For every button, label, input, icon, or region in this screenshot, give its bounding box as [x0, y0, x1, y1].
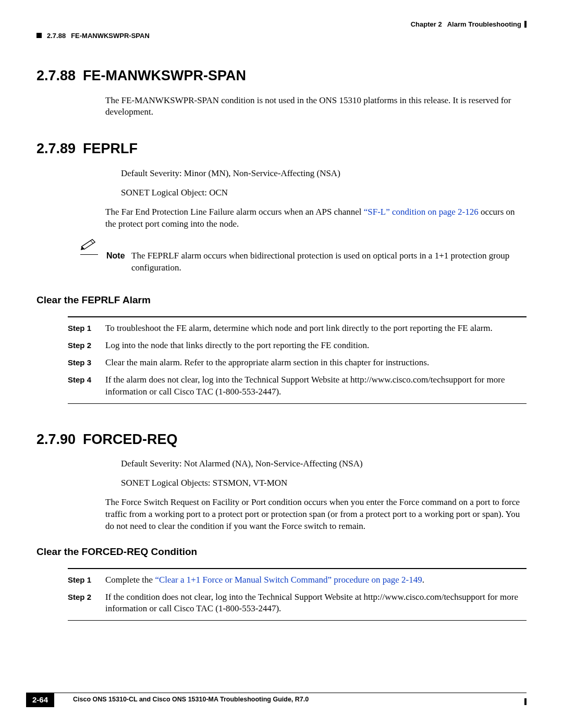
step-body: To troubleshoot the FE alarm, determine … [105, 323, 527, 335]
section-ref-header: 2.7.88 FE-MANWKSWPR-SPAN [36, 31, 527, 41]
page-number-badge: 2-64 [26, 693, 54, 707]
step-body: If the alarm does not clear, log into th… [105, 374, 527, 398]
note-pencil-icon [80, 238, 99, 255]
heading-2-7-89: 2.7.89FEPRLF [36, 139, 527, 158]
step-label: Step 1 [68, 323, 105, 335]
step-body: Log into the node that links directly to… [105, 340, 527, 352]
step-label: Step 1 [68, 574, 105, 586]
s89-logical: SONET Logical Object: OCN [121, 187, 527, 199]
step-body: Complete the “Clear a 1+1 Force or Manua… [105, 574, 527, 586]
clear-force-switch-link[interactable]: “Clear a 1+1 Force or Manual Switch Comm… [155, 575, 422, 585]
running-header: Chapter 2 Alarm Troubleshooting [36, 20, 527, 29]
svg-line-3 [91, 241, 93, 243]
footer-doc-title: Cisco ONS 15310-CL and Cisco ONS 15310-M… [73, 695, 309, 704]
steps-rule-bottom [68, 620, 527, 621]
step-label: Step 2 [68, 340, 105, 352]
step-row: Step 1 To troubleshoot the FE alarm, det… [68, 323, 527, 335]
heading-title: FEPRLF [83, 141, 138, 156]
heading-title: FORCED-REQ [83, 431, 178, 447]
note-label: Note [106, 238, 131, 274]
steps-rule-top [68, 568, 527, 569]
header-end-bar [524, 21, 527, 28]
heading-num: 2.7.88 [36, 68, 76, 83]
step-label: Step 4 [68, 374, 105, 398]
page-footer: Cisco ONS 15310-CL and Cisco ONS 15310-M… [36, 693, 527, 704]
steps-rule-bottom [68, 403, 527, 404]
step-label: Step 2 [68, 591, 105, 615]
step-body-pre: Complete the [105, 575, 155, 585]
s89-severity: Default Severity: Minor (MN), Non-Servic… [121, 168, 527, 180]
heading-num: 2.7.89 [36, 141, 76, 156]
heading-2-7-90: 2.7.90FORCED-REQ [36, 430, 527, 449]
heading-2-7-88: 2.7.88FE-MANWKSWPR-SPAN [36, 66, 527, 85]
step-label: Step 3 [68, 357, 105, 369]
step-row: Step 2 If the condition does not clear, … [68, 591, 527, 615]
step-row: Step 4 If the alarm does not clear, log … [68, 374, 527, 398]
step-body-post: . [422, 575, 424, 585]
clear-feprlf-heading: Clear the FEPRLF Alarm [36, 293, 527, 307]
step-row: Step 1 Complete the “Clear a 1+1 Force o… [68, 574, 527, 586]
step-body: Clear the main alarm. Refer to the appro… [105, 357, 527, 369]
clear-forcedreq-heading: Clear the FORCED-REQ Condition [36, 545, 527, 559]
step-row: Step 2 Log into the node that links dire… [68, 340, 527, 352]
steps-rule-top [68, 316, 527, 317]
note-block: Note The FEPRLF alarm occurs when bidire… [36, 238, 527, 274]
footer-end-bar [524, 698, 527, 705]
s89-para: The Far End Protection Line Failure alar… [105, 206, 527, 230]
s89-para-pre: The Far End Protection Line Failure alar… [105, 207, 364, 217]
step-body: If the condition does not clear, log int… [105, 591, 527, 615]
s90-logical: SONET Logical Objects: STSMON, VT-MON [121, 477, 527, 489]
chapter-title: Alarm Troubleshooting [447, 20, 521, 29]
section-ref-title: FE-MANWKSWPR-SPAN [71, 31, 150, 41]
chapter-label: Chapter 2 [411, 20, 442, 29]
header-bullet-icon [36, 33, 42, 38]
s90-para: The Force Switch Request on Facility or … [105, 497, 527, 533]
heading-num: 2.7.90 [36, 431, 76, 447]
svg-marker-0 [82, 239, 95, 249]
s90-severity: Default Severity: Not Alarmed (NA), Non-… [121, 458, 527, 470]
s88-para: The FE-MANWKSWPR-SPAN condition is not u… [105, 95, 527, 119]
heading-title: FE-MANWKSWPR-SPAN [83, 68, 246, 83]
section-ref-num: 2.7.88 [47, 31, 66, 41]
sfl-condition-link[interactable]: “SF-L” condition on page 2-126 [364, 207, 479, 217]
step-row: Step 3 Clear the main alarm. Refer to th… [68, 357, 527, 369]
note-body: The FEPRLF alarm occurs when bidirection… [131, 238, 527, 274]
